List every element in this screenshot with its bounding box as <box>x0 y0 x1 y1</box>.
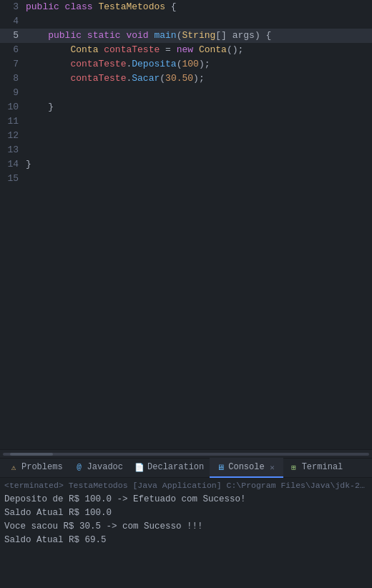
console-output-line: Saldo Atual R$ 100.0 <box>4 506 368 520</box>
horizontal-scrollbar[interactable] <box>0 449 372 458</box>
line-number: 13 <box>0 143 26 157</box>
line-content: public class TestaMetodos { <box>26 0 372 14</box>
line-content: } <box>26 157 372 172</box>
code-line-12: 12 <box>0 129 372 143</box>
console-close-button[interactable]: ✕ <box>268 462 278 472</box>
code-line-6: 6 Conta contaTeste = new Conta(); <box>0 43 372 57</box>
console-output-line: Saldo Atual R$ 69.5 <box>4 534 368 547</box>
javadoc-icon: @ <box>74 462 84 472</box>
tab-declaration[interactable]: 📄 Declaration <box>129 458 210 478</box>
bottom-tabs-bar: ⚠ Problems @ Javadoc 📄 Declaration 🖥 Con… <box>0 458 372 478</box>
tab-problems-label: Problems <box>21 462 63 472</box>
tab-declaration-label: Declaration <box>147 462 204 472</box>
code-line-15: 15 <box>0 172 372 186</box>
line-number: 7 <box>0 57 26 72</box>
code-line-4: 4 <box>0 14 372 29</box>
line-number: 14 <box>0 157 26 172</box>
line-content: public static void main(String[] args) { <box>26 29 372 43</box>
line-number: 15 <box>0 172 26 186</box>
line-number: 6 <box>0 43 26 57</box>
console-output: <terminated> TestaMetodos [Java Applicat… <box>0 478 372 588</box>
code-line-11: 11 <box>0 114 372 129</box>
tab-console-label: Console <box>228 462 264 472</box>
code-line-9: 9 <box>0 86 372 100</box>
tab-terminal-label: Terminal <box>302 462 343 472</box>
line-number: 12 <box>0 129 26 143</box>
line-number: 4 <box>0 14 26 29</box>
line-number: 3 <box>0 0 26 14</box>
tab-terminal[interactable]: ⊞ Terminal <box>283 458 349 478</box>
scrollbar-track <box>3 453 369 456</box>
line-content <box>26 143 372 157</box>
console-output-line: Voce sacou R$ 30.5 -> com Sucesso !!! <box>4 520 368 534</box>
code-line-7: 7 contaTeste.Deposita(100); <box>0 57 372 72</box>
terminal-icon: ⊞ <box>289 462 299 472</box>
line-number: 10 <box>0 100 26 114</box>
code-line-8: 8 contaTeste.Sacar(30.50); <box>0 72 372 86</box>
line-number: 5 <box>0 29 26 43</box>
tab-console[interactable]: 🖥 Console ✕ <box>210 458 283 478</box>
tab-problems[interactable]: ⚠ Problems <box>3 458 69 478</box>
console-header: <terminated> TestaMetodos [Java Applicat… <box>4 479 368 491</box>
console-output-line: Deposito de R$ 100.0 -> Efetuado com Suc… <box>4 493 368 506</box>
code-line-10: 10 } <box>0 100 372 114</box>
problems-icon: ⚠ <box>9 462 19 472</box>
line-content: } <box>26 100 372 114</box>
line-content <box>26 114 372 129</box>
scrollbar-thumb[interactable] <box>10 453 53 456</box>
code-line-3: 3public class TestaMetodos { <box>0 0 372 14</box>
code-editor: 3public class TestaMetodos {4 5 public s… <box>0 0 372 449</box>
line-number: 8 <box>0 72 26 86</box>
line-content <box>26 14 372 29</box>
line-number: 9 <box>0 86 26 100</box>
console-icon: 🖥 <box>215 462 225 472</box>
tab-javadoc-label: Javadoc <box>87 462 123 472</box>
line-content: contaTeste.Deposita(100); <box>26 57 372 72</box>
code-line-14: 14} <box>0 157 372 172</box>
tab-javadoc[interactable]: @ Javadoc <box>69 458 129 478</box>
line-number: 11 <box>0 114 26 129</box>
bottom-panel: ⚠ Problems @ Javadoc 📄 Declaration 🖥 Con… <box>0 458 372 588</box>
line-content <box>26 172 372 186</box>
code-line-5: 5 public static void main(String[] args)… <box>0 29 372 43</box>
line-content: contaTeste.Sacar(30.50); <box>26 72 372 86</box>
line-content: Conta contaTeste = new Conta(); <box>26 43 372 57</box>
line-content <box>26 86 372 100</box>
line-content <box>26 129 372 143</box>
declaration-icon: 📄 <box>134 462 145 472</box>
code-line-13: 13 <box>0 143 372 157</box>
